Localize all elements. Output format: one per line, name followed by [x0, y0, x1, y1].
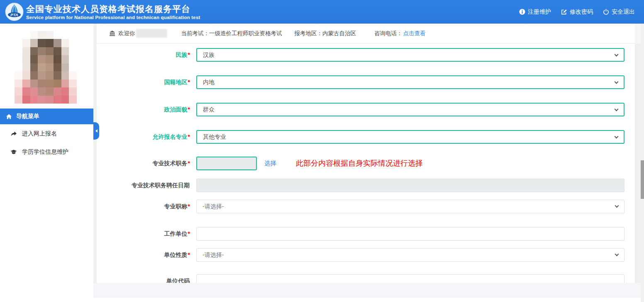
- chevron-down-icon: [615, 80, 619, 84]
- user-name-redacted: [136, 29, 167, 38]
- political-status-select[interactable]: 群众: [196, 103, 624, 116]
- ethnicity-label: 民族*: [97, 48, 190, 62]
- appointment-date-input: [196, 179, 624, 192]
- chevron-down-icon: [615, 107, 619, 111]
- form-row-ethnicity: 民族* 汉族: [97, 48, 635, 62]
- form-row-nationality-region: 国籍地区* 内地: [97, 75, 635, 89]
- app-subtitle: Service platform for National Profession…: [26, 15, 200, 20]
- change-password-link[interactable]: 修改密码: [561, 8, 593, 16]
- info-icon: [519, 9, 525, 15]
- form-row-political-status: 政治面貌* 群众: [97, 103, 635, 116]
- unit-nature-select[interactable]: -请选择-: [196, 248, 624, 262]
- form-row-unit-nature: 单位性质* -请选择-: [97, 248, 635, 262]
- chevron-left-icon: [95, 129, 98, 133]
- user-photo-pixelated: [15, 31, 77, 104]
- chevron-down-icon: [615, 252, 619, 256]
- professional-title-label: 专业职称*: [97, 200, 190, 213]
- view-phone-link[interactable]: 点击查看: [403, 30, 426, 37]
- exam-region: 报考地区：内蒙古自治区: [295, 30, 356, 37]
- app-header: PTA 全国专业技术人员资格考试报名服务平台 Service platform …: [0, 0, 644, 24]
- red-annotation-text: 此部分内容根据自身实际情况进行选择: [296, 157, 423, 170]
- app-title-block: 全国专业技术人员资格考试报名服务平台 Service platform for …: [26, 4, 200, 20]
- form-row-professional-title: 专业职称* -请选择-: [97, 200, 635, 213]
- nationality-region-label: 国籍地区*: [97, 75, 190, 89]
- form-row-appointment-date: 专业技术职务聘任日期: [97, 179, 635, 192]
- unit-nature-label: 单位性质*: [97, 248, 190, 262]
- chevron-down-icon: [615, 53, 619, 57]
- unit-code-input[interactable]: [196, 274, 624, 283]
- graduation-cap-icon: [10, 149, 17, 155]
- appointment-date-label: 专业技术职务聘任日期: [97, 179, 190, 192]
- political-status-label: 政治面貌*: [97, 103, 190, 116]
- app-title: 全国专业技术人员资格考试报名服务平台: [26, 4, 200, 14]
- professional-title-select[interactable]: -请选择-: [196, 200, 624, 213]
- sidebar-nav-menu-header[interactable]: 导航菜单: [0, 109, 93, 124]
- home-icon: [6, 114, 12, 120]
- safe-logout-link[interactable]: 安全退出: [603, 8, 635, 16]
- tech-position-input[interactable]: [196, 157, 257, 170]
- edit-icon: [561, 9, 567, 15]
- chevron-down-icon: [615, 204, 619, 208]
- form-row-work-unit: 工作单位*: [97, 227, 635, 241]
- registration-maintenance-link[interactable]: 注册维护: [519, 8, 551, 16]
- sidebar: 导航菜单 进入网上报名 学历学位信息维护: [0, 24, 93, 302]
- welcome-greeting: 欢迎你: [118, 30, 135, 37]
- sidebar-item-online-registration[interactable]: 进入网上报名: [0, 125, 93, 143]
- scrollbar-thumb[interactable]: [641, 160, 644, 199]
- page: PTA 全国专业技术人员资格考试报名服务平台 Service platform …: [0, 0, 644, 302]
- form-row-allowed-major: 允许报名专业* 其他专业: [97, 130, 635, 144]
- unit-code-label: 单位代码: [97, 274, 190, 283]
- current-exam: 当前考试：一级造价工程师职业资格考试: [181, 30, 282, 37]
- header-links: 注册维护 修改密码 安全退出: [519, 8, 635, 16]
- work-unit-input[interactable]: [196, 227, 624, 241]
- main-content-card: 欢迎你 当前考试：一级造价工程师职业资格考试 报考地区：内蒙古自治区 咨询电话：…: [97, 24, 635, 283]
- chevron-down-icon: [615, 135, 619, 139]
- page-background-bottom-strip: [93, 283, 644, 298]
- tech-position-label: 专业技术职务*: [97, 157, 190, 170]
- bank-icon: [109, 30, 115, 36]
- nationality-region-select[interactable]: 内地: [196, 75, 624, 89]
- redirect-arrow-icon: [10, 130, 17, 137]
- tech-position-choose-button[interactable]: 选择: [264, 157, 276, 170]
- welcome-bar: 欢迎你 当前考试：一级造价工程师职业资格考试 报考地区：内蒙古自治区 咨询电话：…: [97, 24, 635, 43]
- allowed-major-label: 允许报名专业*: [97, 130, 190, 144]
- form-row-tech-position: 专业技术职务* 选择 此部分内容根据自身实际情况进行选择: [97, 157, 635, 170]
- sidebar-item-education-degree-maintenance[interactable]: 学历学位信息维护: [0, 143, 93, 161]
- ethnicity-select[interactable]: 汉族: [196, 48, 624, 62]
- pta-logo-icon: PTA: [5, 2, 24, 21]
- allowed-major-select[interactable]: 其他专业: [196, 130, 624, 144]
- form-row-unit-code: 单位代码: [97, 274, 635, 283]
- consult-phone-label: 咨询电话：: [374, 30, 402, 37]
- sidebar-collapse-toggle[interactable]: [93, 122, 99, 140]
- power-icon: [603, 9, 609, 15]
- svg-text:PTA: PTA: [10, 12, 18, 17]
- work-unit-label: 工作单位*: [97, 227, 190, 241]
